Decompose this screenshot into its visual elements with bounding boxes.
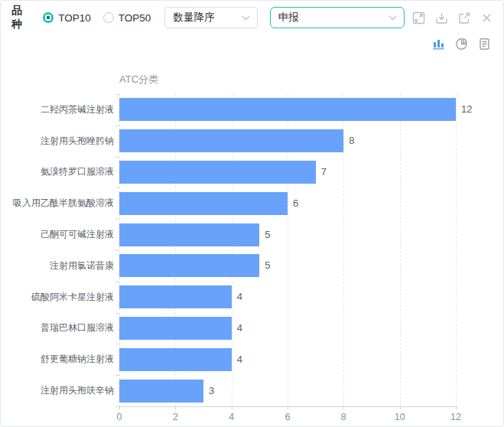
sort-order-value: 数量降序 — [173, 11, 214, 24]
x-axis-line — [115, 406, 457, 407]
category-label: 硫酸阿米卡星注射液 — [5, 282, 114, 313]
x-axis-tick-label: 6 — [275, 412, 301, 422]
x-axis-tick — [288, 406, 288, 409]
x-axis-tick-label: 10 — [387, 412, 413, 422]
category-label: 氨溴特罗口服溶液 — [5, 157, 114, 188]
document-icon[interactable] — [478, 37, 491, 51]
bar[interactable] — [119, 380, 203, 403]
x-axis-tick — [119, 406, 120, 409]
x-axis-tick-label: 4 — [219, 412, 245, 422]
bar[interactable] — [119, 161, 316, 184]
chart-panel: 品种 TOP10 TOP50 数量降序 申报 — [0, 0, 504, 427]
category-label: 二羟丙茶碱注射液 — [5, 94, 114, 125]
chart-title: ATC分类 — [119, 73, 158, 86]
category-label: 注射用头孢呋辛钠 — [5, 375, 114, 406]
category-label: 吸入用乙酰半胱氨酸溶液 — [5, 187, 114, 219]
filter-header: 品种 TOP10 TOP50 数量降序 申报 — [1, 1, 503, 34]
category-label: 注射用头孢唑肟钠 — [5, 125, 114, 157]
radio-dot-icon — [43, 12, 54, 23]
category-label: 舒更葡糖钠注射液 — [5, 344, 114, 375]
y-axis-tick — [115, 313, 119, 314]
bar[interactable] — [119, 129, 343, 152]
gridline — [343, 94, 344, 406]
bar-value-label: 5 — [265, 223, 270, 246]
y-axis-labels: 二羟丙茶碱注射液注射用头孢唑肟钠氨溴特罗口服溶液吸入用乙酰半胱氨酸溶液己酮可可碱… — [5, 94, 114, 406]
x-axis-tick — [232, 406, 232, 409]
bar-value-label: 8 — [349, 129, 354, 152]
bar-value-label: 6 — [293, 192, 298, 215]
group-label: 品种 — [11, 4, 32, 31]
x-axis-tick — [400, 406, 401, 409]
gridline — [456, 94, 457, 406]
external-link-icon[interactable] — [458, 11, 471, 24]
bar[interactable] — [119, 317, 232, 340]
bar-chart-icon[interactable] — [432, 37, 445, 51]
x-axis-tick — [343, 406, 344, 409]
category-label: 己酮可可碱注射液 — [5, 219, 114, 250]
sort-order-select[interactable]: 数量降序 — [164, 7, 257, 28]
metric-value: 申报 — [278, 11, 299, 24]
radio-top50-label: TOP50 — [119, 12, 151, 24]
x-axis-tick-label: 0 — [106, 412, 132, 422]
chevron-down-icon — [242, 15, 250, 21]
chevron-down-icon — [389, 15, 397, 21]
bar[interactable] — [119, 348, 232, 371]
download-icon[interactable] — [435, 11, 448, 24]
bar-value-label: 4 — [237, 285, 242, 308]
x-axis-tick-label: 12 — [443, 412, 469, 422]
y-axis-tick — [115, 250, 119, 251]
y-axis-tick — [115, 94, 119, 95]
gridline — [400, 94, 401, 406]
bar[interactable] — [119, 254, 259, 277]
fullscreen-icon[interactable] — [412, 11, 425, 24]
bar[interactable] — [119, 192, 288, 215]
view-switcher — [432, 37, 491, 51]
x-axis-tick-label: 8 — [330, 412, 356, 422]
metric-select[interactable]: 申报 — [270, 7, 405, 28]
bar-value-label: 4 — [237, 348, 242, 371]
category-label: 注射用氯诺昔康 — [5, 250, 114, 282]
window-actions — [412, 11, 493, 24]
bar-value-label: 12 — [461, 98, 472, 121]
bar[interactable] — [119, 98, 456, 121]
bar-value-label: 3 — [209, 380, 214, 403]
radio-dot-icon — [103, 12, 114, 23]
bar-value-label: 7 — [321, 161, 327, 184]
y-axis-tick — [115, 157, 119, 158]
x-axis-tick — [175, 406, 176, 409]
bar-value-label: 4 — [237, 317, 242, 340]
y-axis-tick — [115, 282, 119, 282]
bar[interactable] — [119, 285, 232, 308]
y-axis-tick — [115, 344, 119, 344]
bar-chart-plot: 12876554443024681012 — [119, 94, 456, 406]
bar-value-label: 5 — [265, 254, 270, 277]
bar[interactable] — [119, 223, 259, 246]
y-axis-tick — [115, 187, 119, 188]
close-icon[interactable] — [481, 12, 493, 24]
y-axis-tick — [115, 125, 119, 126]
pie-chart-icon[interactable] — [455, 37, 468, 51]
radio-top50[interactable]: TOP50 — [103, 12, 151, 24]
x-axis-tick-label: 2 — [162, 412, 188, 422]
y-axis-tick — [115, 375, 119, 376]
radio-top10[interactable]: TOP10 — [43, 12, 91, 24]
radio-top10-label: TOP10 — [58, 12, 91, 24]
category-label: 普瑞巴林口服溶液 — [5, 313, 114, 344]
x-axis-tick — [456, 406, 457, 409]
y-axis-tick — [115, 219, 119, 220]
